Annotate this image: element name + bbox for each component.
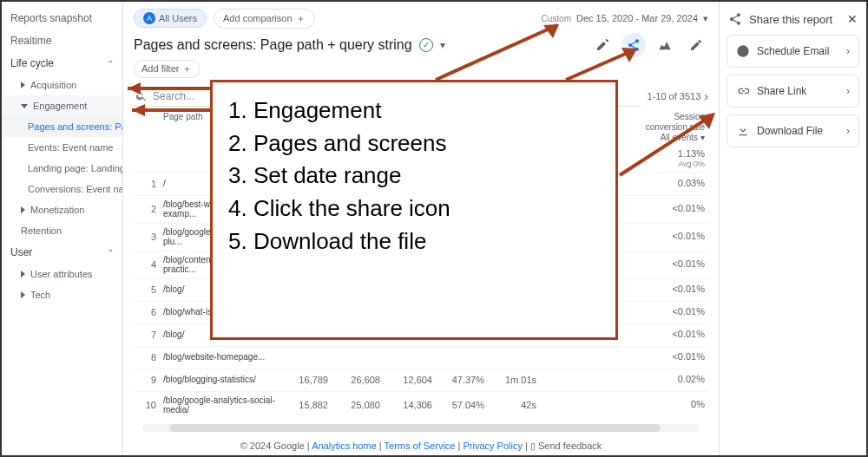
row-c3: 14,306: [380, 400, 432, 410]
row-path: /blog/content-marketing-practic...: [163, 255, 276, 275]
plus-icon: ＋: [182, 62, 192, 75]
nav-pages-screens[interactable]: Pages and screens: Page p...: [2, 116, 122, 137]
nav-user-attributes[interactable]: User attributes: [2, 264, 122, 284]
col-header-all-events: All events: [661, 133, 698, 143]
row-rate: <0.01%: [644, 329, 705, 340]
nav-tech[interactable]: Tech: [2, 284, 122, 305]
row-index: 2: [137, 204, 163, 214]
row-index: 3: [137, 232, 163, 242]
customize-icon[interactable]: [590, 33, 615, 57]
search-input[interactable]: Search...: [134, 87, 641, 107]
edit-icon[interactable]: [684, 33, 708, 57]
footer-link-analytics-home[interactable]: Analytics home: [312, 441, 377, 451]
col-header-session-rate[interactable]: Session conversion rate All events ▾: [644, 112, 705, 143]
nav-engagement[interactable]: Engagement: [2, 95, 122, 116]
nav-acquisition[interactable]: Acquisition: [2, 75, 122, 95]
caret-down-icon: ▾: [703, 13, 708, 24]
nav-life-cycle[interactable]: Life cycle ⌃: [2, 52, 122, 75]
row-index: 4: [137, 259, 163, 270]
nav-realtime[interactable]: Realtime: [2, 29, 122, 52]
chip-all-users-label: All Users: [159, 13, 197, 23]
row-index: 8: [137, 352, 163, 362]
caret-right-icon: [21, 206, 25, 213]
insights-icon[interactable]: [653, 33, 677, 57]
row-c2: 26,608: [328, 375, 380, 385]
row-c3: 12,604: [380, 375, 432, 385]
feedback-icon: ▯: [530, 441, 536, 451]
table-row[interactable]: 7/blog/<0.01%: [134, 323, 708, 346]
table-row[interactable]: 1/0.03%: [134, 173, 708, 195]
search-placeholder: Search...: [153, 90, 194, 102]
add-filter-label: Add filter: [141, 63, 179, 74]
row-c1: 15,882: [276, 400, 328, 410]
chip-all-users[interactable]: A All Users: [134, 9, 207, 28]
share-icon[interactable]: [621, 33, 646, 57]
table-row[interactable]: 6/blog/what-is-seo-and-wh...<0.01%: [134, 301, 708, 323]
nav-landing[interactable]: Landing page: Landing page: [2, 158, 122, 179]
left-sidebar: Reports snapshot Realtime Life cycle ⌃ A…: [2, 2, 123, 455]
summary-rate: 1.13%: [678, 148, 705, 160]
date-range-value: Dec 15, 2020 - Mar 29, 2024: [576, 13, 698, 23]
caret-down-icon[interactable]: ▾: [440, 39, 445, 51]
scrollbar-thumb[interactable]: [170, 424, 661, 432]
caret-right-icon: [21, 291, 25, 298]
share-link-button[interactable]: Share Link ›: [727, 75, 859, 108]
nav-conversions[interactable]: Conversions: Event name: [2, 179, 122, 199]
chevron-right-icon: ›: [846, 85, 850, 97]
row-path: /blog/google-analytics-social-media/: [163, 395, 276, 415]
row-rate: <0.01%: [644, 284, 705, 295]
rows-range: 1-10 of 3513: [648, 91, 701, 101]
col-header-session-rate-text: Session conversion rate: [644, 112, 705, 133]
chip-add-comparison[interactable]: Add comparison ＋: [214, 9, 315, 29]
table-row[interactable]: 10/blog/google-analytics-social-media/15…: [134, 391, 708, 419]
share-icon: [728, 12, 742, 26]
caret-right-icon: [21, 82, 25, 88]
chevron-right-icon[interactable]: ›: [704, 89, 708, 103]
nav-retention[interactable]: Retention: [2, 220, 122, 241]
row-rate: <0.01%: [644, 203, 705, 214]
footer-send-feedback[interactable]: Send feedback: [538, 441, 602, 451]
nav-life-cycle-label: Life cycle: [10, 57, 54, 69]
table-row[interactable]: 2/blog/best-website-designs-examp...<0.0…: [134, 195, 708, 223]
row-path: /blog/: [163, 284, 276, 295]
add-filter-button[interactable]: Add filter ＋: [134, 60, 200, 78]
table-row[interactable]: 9/blog/blogging-statistics/16,78926,6081…: [134, 369, 708, 391]
date-range-custom-label: Custom: [542, 14, 571, 23]
table-row[interactable]: 4/blog/content-marketing-practic...<0.01…: [134, 251, 708, 278]
footer-link-terms[interactable]: Terms of Service: [385, 441, 456, 451]
date-range-picker[interactable]: Custom Dec 15, 2020 - Mar 29, 2024 ▾: [542, 13, 708, 24]
nav-engagement-label: Engagement: [33, 101, 87, 111]
table-row[interactable]: 8/blog/website-homepage...<0.01%: [134, 346, 708, 369]
chip-add-comparison-label: Add comparison: [223, 13, 293, 23]
horizontal-scrollbar[interactable]: [142, 424, 700, 432]
data-table: 1.13% Avg 0% 1/0.03%2/blog/best-website-…: [134, 145, 708, 419]
row-c4: 57.04%: [432, 400, 484, 410]
nav-events[interactable]: Events: Event name: [2, 137, 122, 158]
report-content: A All Users Add comparison ＋ Custom Dec …: [123, 2, 719, 455]
report-title: Pages and screens: Page path + query str…: [134, 37, 412, 53]
row-c4: 47.37%: [432, 375, 484, 385]
download-icon: [736, 124, 750, 138]
close-icon[interactable]: ✕: [847, 12, 858, 26]
share-panel: Share this report ✕ Schedule Email › Sha…: [719, 2, 866, 455]
row-rate: <0.01%: [644, 306, 705, 317]
link-icon: [736, 84, 750, 98]
footer-link-privacy[interactable]: Privacy Policy: [463, 441, 522, 451]
row-rate: <0.01%: [644, 231, 705, 242]
table-row[interactable]: 5/blog/<0.01%: [134, 278, 708, 301]
nav-monetization[interactable]: Monetization: [2, 199, 122, 220]
table-row[interactable]: 3/blog/google-analytics-tips-plu...<0.01…: [134, 223, 708, 251]
row-rate: <0.01%: [644, 258, 705, 270]
download-file-button[interactable]: Download File ›: [727, 114, 859, 147]
nav-user-label: User: [10, 246, 32, 258]
schedule-email-button[interactable]: Schedule Email ›: [727, 35, 859, 68]
row-c1: 16,789: [276, 375, 328, 385]
row-index: 6: [137, 307, 163, 317]
row-path: /blog/what-is-seo-and-wh...: [163, 307, 276, 317]
col-header-page-path: Page path: [163, 112, 276, 143]
chevron-right-icon: ›: [846, 125, 850, 137]
row-index: 7: [137, 330, 163, 340]
share-link-label: Share Link: [757, 85, 806, 97]
nav-user[interactable]: User ⌃: [2, 241, 122, 264]
nav-reports-snapshot[interactable]: Reports snapshot: [2, 7, 122, 29]
